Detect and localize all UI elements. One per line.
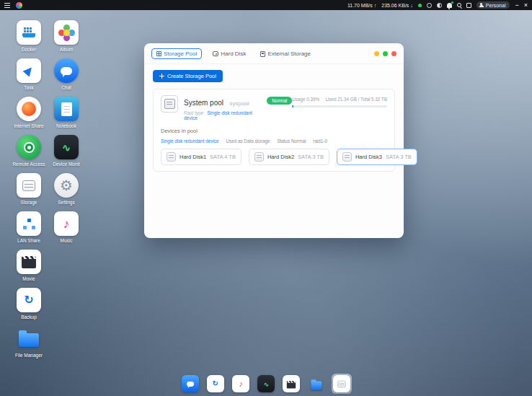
app-label: Backup — [21, 314, 37, 320]
app-file-manager[interactable]: File Manager — [10, 326, 48, 364]
storage-manager-window: Storage Pool Hard Disk External Storage — [144, 43, 404, 238]
disk-row: Hard Disk1 SATA 4 TB Hard Disk2 SATA 3 T… — [161, 149, 387, 165]
internet-share-icon — [17, 97, 41, 121]
tab-label: Hard Disk — [221, 50, 246, 57]
meta-used-as: Used as Data storage — [226, 138, 270, 144]
dock: ↻ ♪ ∿ — [180, 374, 352, 394]
fullscreen-icon[interactable] — [466, 3, 471, 8]
window-tabs: Storage Pool Hard Disk External Storage — [151, 48, 314, 59]
menu-icon[interactable] — [4, 3, 10, 8]
disk-detail: SATA 4 TB — [210, 154, 236, 160]
upload-speed: 11.70 MB/s ↑ — [347, 3, 376, 8]
hard-disk-icon — [213, 51, 218, 56]
app-label: Music — [61, 238, 73, 243]
app-internet-share[interactable]: Internet Share — [10, 97, 48, 135]
backup-icon: ↻ — [17, 288, 41, 312]
device-monitor-icon: ∿ — [54, 135, 79, 159]
device-monitor-icon: ∿ — [257, 375, 275, 392]
app-device-monit[interactable]: ∿ Device Monit — [48, 135, 85, 173]
usage-block: Usage 0.39% Used 21.34 GB / Total 5.32 T… — [292, 97, 387, 107]
status-dot-icon — [418, 4, 422, 7]
dock-item-file-manager[interactable] — [306, 374, 327, 394]
disk-detail: SATA 3 TB — [386, 154, 412, 160]
topbar: 11.70 MB/s ↑ 235.06 KB/s ↓ Personal − × — [0, 0, 532, 10]
remote-access-icon — [17, 135, 41, 159]
dock-item-device-monit[interactable]: ∿ — [256, 374, 276, 394]
os-logo-icon[interactable] — [16, 2, 22, 9]
desktop: Docker Album Task Chat Internet Share No… — [0, 10, 532, 396]
download-speed: 235.06 KB/s ↓ — [381, 3, 413, 8]
app-chat[interactable]: Chat — [48, 58, 85, 97]
backup-icon: ↻ — [207, 375, 224, 392]
tab-label: Storage Pool — [164, 50, 197, 57]
notifications-bell-icon[interactable] — [447, 3, 452, 8]
docker-icon — [17, 20, 41, 45]
dock-item-chat[interactable] — [180, 374, 200, 394]
usage-progress — [292, 105, 387, 107]
album-icon — [54, 20, 79, 45]
file-manager-icon — [308, 375, 325, 392]
minimize-traffic-button[interactable] — [374, 51, 379, 56]
music-icon: ♪ — [232, 375, 249, 392]
devices-meta: Single disk redundant device Used as Dat… — [161, 138, 387, 144]
app-lan-share[interactable]: LAN Share — [10, 211, 48, 250]
dock-item-music[interactable]: ♪ — [231, 374, 251, 394]
disk-name: Hard Disk2 — [267, 154, 294, 160]
lan-share-icon — [17, 211, 41, 236]
minimize-icon[interactable]: − — [515, 0, 518, 10]
dock-item-movie[interactable] — [281, 374, 301, 394]
search-icon[interactable] — [457, 3, 461, 7]
app-label: Storage — [21, 200, 37, 205]
close-traffic-button[interactable] — [391, 51, 396, 56]
file-manager-icon — [17, 326, 41, 351]
user-icon — [479, 3, 484, 7]
cpu-status-icon[interactable] — [427, 3, 432, 8]
app-label: Docker — [22, 47, 37, 52]
tab-hard-disk[interactable]: Hard Disk — [209, 49, 249, 59]
maximize-traffic-button[interactable] — [383, 51, 388, 56]
app-remote-access[interactable]: Remote Access — [10, 135, 48, 173]
memory-status-icon[interactable] — [437, 3, 442, 8]
disk-card-1[interactable]: Hard Disk1 SATA 4 TB — [161, 149, 241, 165]
app-storage[interactable]: Storage — [10, 173, 48, 211]
notebook-icon — [54, 97, 79, 121]
app-grid: Docker Album Task Chat Internet Share No… — [10, 20, 85, 364]
pool-icon — [161, 95, 178, 113]
raid-type-label: Raid type — [184, 110, 203, 115]
movie-icon — [283, 375, 300, 392]
app-settings[interactable]: ⚙ Settings — [48, 173, 85, 211]
hard-disk-icon — [254, 152, 264, 162]
app-music[interactable]: ♪ Music — [48, 211, 85, 250]
hard-disk-icon — [167, 152, 176, 162]
app-docker[interactable]: Docker — [10, 20, 48, 58]
storage-icon — [17, 173, 41, 198]
disk-card-2[interactable]: Hard Disk2 SATA 3 TB — [249, 149, 329, 165]
tab-external-storage[interactable]: External Storage — [257, 49, 314, 59]
disk-card-3[interactable]: Hard Disk3 SATA 3 TB — [337, 149, 417, 165]
usage-label: Usage 0.39% — [292, 97, 319, 102]
dock-item-storage[interactable] — [332, 374, 352, 394]
storage-icon — [333, 375, 350, 392]
app-task[interactable]: Task — [10, 58, 48, 97]
app-movie[interactable]: Movie — [10, 250, 48, 288]
app-album[interactable]: Album — [48, 20, 85, 58]
create-storage-pool-button[interactable]: Create Storage Pool — [153, 70, 223, 82]
close-icon[interactable]: × — [524, 0, 528, 10]
app-label: Movie — [22, 276, 35, 281]
screen: 11.70 MB/s ↑ 235.06 KB/s ↓ Personal − × … — [0, 0, 532, 396]
app-label: LAN Share — [17, 238, 40, 243]
tab-storage-pool[interactable]: Storage Pool — [151, 48, 202, 59]
app-notebook[interactable]: Notebook — [48, 97, 85, 135]
disk-name: Hard Disk3 — [355, 154, 382, 160]
usage-progress-fill — [292, 105, 293, 107]
window-controls — [374, 51, 396, 56]
user-label: Personal — [486, 3, 506, 8]
dock-item-backup[interactable]: ↻ — [205, 374, 226, 394]
meta-raid-type[interactable]: Single disk redundant device — [161, 138, 219, 144]
music-icon: ♪ — [54, 211, 79, 236]
external-storage-icon — [260, 51, 265, 57]
app-backup[interactable]: ↻ Backup — [10, 288, 48, 326]
user-menu[interactable]: Personal — [476, 1, 510, 9]
pool-name: System pool — [184, 99, 223, 107]
app-label: Internet Share — [14, 123, 43, 128]
